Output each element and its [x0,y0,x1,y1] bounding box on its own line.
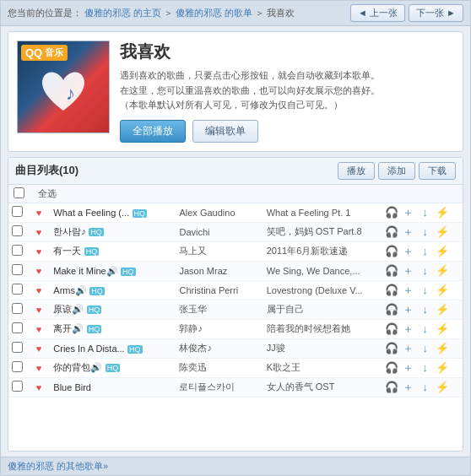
edit-playlist-button[interactable]: 编辑歌单 [192,120,258,143]
add-icon[interactable]: ＋ [402,342,415,355]
prev-button[interactable]: ◄ 上一张 [350,4,405,22]
more-icon[interactable]: ⚡ [436,361,449,375]
add-icon[interactable]: ＋ [402,206,415,219]
song-checkbox-5[interactable] [12,303,23,314]
add-icon[interactable]: ＋ [402,245,415,258]
song-checkbox-cell [8,377,33,397]
breadcrumb-link-home[interactable]: 傻雅的邪恶 的主页 [84,8,161,18]
song-checkbox-2[interactable] [12,245,23,256]
add-icon[interactable]: ＋ [402,225,415,239]
qq-logo-icon: QQ [25,46,42,59]
heart-icon[interactable]: ♥ [36,285,42,295]
song-title[interactable]: 有一天 [53,246,81,256]
song-checkbox-cell [8,358,33,377]
song-title[interactable]: 你的背包🔊 [53,362,102,372]
song-artist-cell: 陈奕迅 [176,358,263,377]
hq-badge: HQ [121,268,136,276]
heart-icon[interactable]: ♥ [36,246,42,257]
add-icon[interactable]: ＋ [402,264,415,278]
song-title[interactable]: Make it Mine🔊 [53,266,117,276]
heart-icon[interactable]: ♥ [36,324,42,334]
listen-icon[interactable]: 🎧 [385,284,398,297]
more-icon[interactable]: ⚡ [436,303,449,316]
song-title[interactable]: Arms🔊 [53,285,87,295]
song-title[interactable]: 原谅🔊 [53,304,84,314]
play-button[interactable]: 播放 [338,162,375,180]
more-icon[interactable]: ⚡ [436,322,449,336]
song-checkbox-7[interactable] [12,342,23,353]
download-icon[interactable]: ↓ [419,225,432,239]
more-icon[interactable]: ⚡ [436,342,449,355]
song-album-cell: 陪着我的时候想着她 [263,319,382,338]
listen-icon[interactable]: 🎧 [385,322,398,336]
heart-icon[interactable]: ♥ [36,343,42,354]
more-icon[interactable]: ⚡ [436,225,449,239]
song-title[interactable]: Cries In A Dista... [53,343,124,354]
more-icon[interactable]: ⚡ [436,381,449,394]
download-icon[interactable]: ↓ [419,342,432,355]
download-button[interactable]: 下载 [419,162,456,180]
song-album-cell: K歌之王 [263,358,382,377]
listen-icon[interactable]: 🎧 [385,225,398,239]
more-icon[interactable]: ⚡ [436,264,449,278]
song-artist-cell: Christina Perri [176,280,263,300]
download-icon[interactable]: ↓ [419,303,432,316]
more-icon[interactable]: ⚡ [436,206,449,219]
heart-icon[interactable]: ♥ [36,266,42,276]
song-checkbox-6[interactable] [12,322,23,333]
header-buttons: 播放 添加 下载 [338,162,456,180]
song-checkbox-3[interactable] [12,264,23,275]
add-icon[interactable]: ＋ [402,303,415,316]
song-checkbox-0[interactable] [12,206,23,217]
download-icon[interactable]: ↓ [419,381,432,394]
listen-icon[interactable]: 🎧 [385,303,398,316]
listen-icon[interactable]: 🎧 [385,206,398,219]
add-button[interactable]: 添加 [378,162,415,180]
song-checkbox-4[interactable] [12,284,23,295]
song-album-cell: What a Feeling Pt. 1 [263,203,382,222]
download-icon[interactable]: ↓ [419,361,432,375]
select-all-checkbox[interactable] [14,187,24,198]
add-icon[interactable]: ＋ [402,284,415,297]
add-icon[interactable]: ＋ [402,322,415,336]
song-title[interactable]: 한사람♪ [53,226,86,236]
song-title-cell: Arms🔊 HQ [50,280,176,300]
song-checkbox-1[interactable] [12,225,23,236]
song-artist: 郭静♪ [179,323,203,333]
download-icon[interactable]: ↓ [419,322,432,336]
heart-icon[interactable]: ♥ [36,208,42,218]
listen-icon[interactable]: 🎧 [385,381,398,394]
more-icon[interactable]: ⚡ [436,284,449,297]
heart-icon[interactable]: ♥ [36,363,42,373]
play-all-button[interactable]: 全部播放 [120,120,186,143]
song-checkbox-8[interactable] [12,361,23,372]
hq-badge: HQ [84,247,100,256]
song-title[interactable]: Blue Bird [53,382,91,392]
action-icons: 🎧 ＋ ↓ ⚡ [385,361,459,375]
heart-icon[interactable]: ♥ [36,305,42,315]
heart-icon[interactable]: ♥ [36,227,42,237]
add-icon[interactable]: ＋ [402,381,415,394]
other-playlists-link[interactable]: 傻雅的邪恶 的其他歌单» [8,461,108,471]
listen-icon[interactable]: 🎧 [385,245,398,258]
next-button[interactable]: 下一张 ► [409,4,463,22]
listen-icon[interactable]: 🎧 [385,342,398,355]
song-title[interactable]: 离开🔊 [53,323,84,333]
more-icon[interactable]: ⚡ [436,245,449,258]
song-checkbox-cell [8,280,33,300]
song-actions-cell: 🎧 ＋ ↓ ⚡ [382,358,463,377]
download-icon[interactable]: ↓ [419,206,432,219]
breadcrumb-link-playlist[interactable]: 傻雅的邪恶 的歌单 [176,8,252,18]
heart-icon[interactable]: ♥ [36,382,42,392]
download-icon[interactable]: ↓ [419,284,432,297]
song-title[interactable]: What a Feeling (... [53,208,129,218]
listen-icon[interactable]: 🎧 [385,264,398,278]
download-icon[interactable]: ↓ [419,245,432,258]
song-artist-cell: Alex Gaudino [176,203,263,222]
listen-icon[interactable]: 🎧 [385,361,398,375]
select-all-row: 全选 [8,185,463,203]
action-buttons: 全部播放 编辑歌单 [120,120,454,143]
add-icon[interactable]: ＋ [402,361,415,375]
download-icon[interactable]: ↓ [419,264,432,278]
song-checkbox-9[interactable] [12,381,23,392]
